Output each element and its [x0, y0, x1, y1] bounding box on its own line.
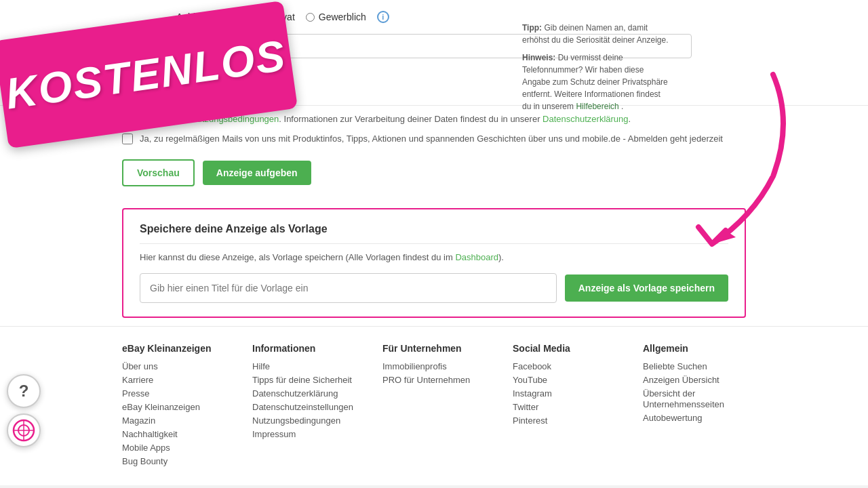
template-input-row: Anzeige als Vorlage speichern — [140, 273, 728, 303]
template-desc-after: ). — [498, 252, 504, 262]
list-item: Presse — [122, 388, 225, 399]
vorschau-button[interactable]: Vorschau — [122, 159, 195, 186]
list-item: Über uns — [122, 361, 225, 371]
footer-link[interactable]: Nachhaltigkeit — [122, 429, 178, 439]
checkbox-row: Ja, zu regelmäßigen Mails von uns mit Pr… — [122, 132, 746, 146]
list-item: Bug Bounty — [122, 455, 225, 466]
footer-link[interactable]: Über uns — [122, 361, 158, 371]
footer-col-title-2: Für Unternehmen — [382, 343, 486, 354]
mailing-checkbox[interactable] — [122, 134, 133, 144]
footer-link[interactable]: Twitter — [513, 402, 538, 412]
footer-link[interactable]: Impressum — [252, 429, 296, 439]
footer-link[interactable]: Beliebte Suchen — [643, 361, 707, 371]
list-item: Übersicht der Unternehmensseiten — [643, 388, 746, 409]
hinweis-box: Hinweis: Du vermisst deine Telefonnummer… — [522, 52, 671, 113]
list-item: Pinterest — [513, 415, 616, 426]
footer-col-4: AllgemeinBeliebte SuchenAnzeigen Übersic… — [643, 343, 746, 469]
help-button[interactable]: ? — [7, 374, 41, 408]
footer-link[interactable]: Autobewertung — [643, 413, 702, 423]
list-item: Tipps für deine Sicherheit — [252, 374, 355, 385]
list-item: PRO für Unternehmen — [382, 374, 486, 385]
footer-col-3: Social MediaFacebookYouTubeInstagramTwit… — [513, 343, 616, 469]
list-item: Autobewertung — [643, 412, 746, 423]
list-item: Nachhaltigkeit — [122, 428, 225, 439]
hinweis-label: Hinweis: — [522, 53, 555, 62]
list-item: Datenschutzerklärung — [252, 388, 355, 399]
tip-text: Gib deinen Namen an, damit erhöhst du di… — [522, 23, 668, 45]
logo-icon — [12, 419, 35, 442]
footer-link[interactable]: PRO für Unternehmen — [382, 375, 470, 385]
footer-link[interactable]: eBay Kleinanzeigen — [122, 402, 200, 412]
question-icon: ? — [19, 382, 29, 401]
footer-link[interactable]: Datenschutzeinstellungen — [252, 402, 353, 412]
gewerblich-radio[interactable] — [306, 13, 315, 22]
gewerblich-option[interactable]: Gewerblich — [306, 12, 366, 22]
gewerblich-label: Gewerblich — [319, 12, 366, 22]
footer-link[interactable]: Datenschutzerklärung — [252, 388, 338, 399]
aufgeben-button[interactable]: Anzeige aufgeben — [203, 161, 311, 185]
terms-end: . — [629, 114, 631, 124]
footer: eBay KleinanzeigenÜber unsKarrierePresse… — [0, 326, 868, 485]
info-icon[interactable]: i — [377, 11, 389, 23]
hilfebereich-link[interactable]: Hilfebereich — [576, 102, 618, 111]
footer-link[interactable]: Magazin — [122, 415, 155, 426]
template-desc: Hier kannst du diese Anzeige, als Vorlag… — [140, 252, 728, 262]
tip-label: Tipp: — [522, 23, 542, 33]
list-item: Impressum — [252, 428, 355, 439]
footer-link[interactable]: Übersicht der Unternehmensseiten — [643, 388, 724, 409]
footer-link[interactable]: Facebook — [513, 361, 551, 371]
footer-col-title-4: Allgemein — [643, 343, 746, 354]
terms-middle: . Informationen zur Verarbeitung deiner … — [279, 114, 542, 124]
save-template-button[interactable]: Anzeige als Vorlage speichern — [565, 274, 728, 302]
dashboard-link[interactable]: Dashboard — [455, 252, 498, 262]
template-desc-before: Hier kannst du diese Anzeige, als Vorlag… — [140, 252, 455, 262]
list-item: Nutzungsbedingungen — [252, 415, 355, 426]
footer-col-2: Für UnternehmenImmobilienprofisPRO für U… — [382, 343, 486, 469]
list-item: eBay Kleinanzeigen — [122, 401, 225, 412]
footer-link[interactable]: Pinterest — [513, 415, 547, 426]
footer-col-title-1: Informationen — [252, 343, 355, 354]
footer-link[interactable]: Presse — [122, 388, 149, 399]
footer-link[interactable]: Immobilienprofis — [382, 361, 447, 371]
template-title-input[interactable] — [140, 273, 557, 303]
tip-box: Tipp: Gib deinen Namen an, damit erhöhst… — [522, 22, 671, 113]
list-item: Facebook — [513, 361, 616, 371]
footer-link[interactable]: Instagram — [513, 388, 552, 399]
list-item: Instagram — [513, 388, 616, 399]
template-title: Speichere deine Anzeige als Vorlage — [140, 223, 728, 244]
footer-link[interactable]: Anzeigen Übersicht — [643, 375, 719, 385]
template-section: Speichere deine Anzeige als Vorlage Hier… — [122, 208, 746, 318]
logo-button[interactable] — [7, 413, 41, 447]
list-item: Beliebte Suchen — [643, 361, 746, 371]
side-buttons: ? — [7, 374, 41, 447]
footer-link[interactable]: YouTube — [513, 375, 547, 385]
list-item: YouTube — [513, 374, 616, 385]
footer-link[interactable]: Karriere — [122, 375, 153, 385]
footer-col-title-0: eBay Kleinanzeigen — [122, 343, 225, 354]
list-item: Datenschutzeinstellungen — [252, 401, 355, 412]
footer-col-title-3: Social Media — [513, 343, 616, 354]
footer-link[interactable]: Hilfe — [252, 361, 270, 371]
list-item: Hilfe — [252, 361, 355, 371]
footer-link[interactable]: Tipps für deine Sicherheit — [252, 375, 352, 385]
checkbox-text: Ja, zu regelmäßigen Mails von uns mit Pr… — [140, 132, 723, 146]
list-item: Magazin — [122, 415, 225, 426]
kostenlos-text: KOSTENLOS — [3, 30, 289, 119]
footer-link[interactable]: Bug Bounty — [122, 456, 167, 466]
list-item: Immobilienprofis — [382, 361, 486, 371]
datenschutz-link[interactable]: Datenschutzerklärung — [542, 114, 628, 124]
list-item: Karriere — [122, 374, 225, 385]
buttons-row: Vorschau Anzeige aufgeben — [122, 159, 746, 186]
footer-col-1: InformationenHilfeTipps für deine Sicher… — [252, 343, 355, 469]
footer-col-0: eBay KleinanzeigenÜber unsKarrierePresse… — [122, 343, 225, 469]
footer-link[interactable]: Nutzungsbedingungen — [252, 415, 340, 426]
list-item: Anzeigen Übersicht — [643, 374, 746, 385]
list-item: Twitter — [513, 401, 616, 412]
list-item: Mobile Apps — [122, 442, 225, 453]
footer-link[interactable]: Mobile Apps — [122, 443, 170, 453]
